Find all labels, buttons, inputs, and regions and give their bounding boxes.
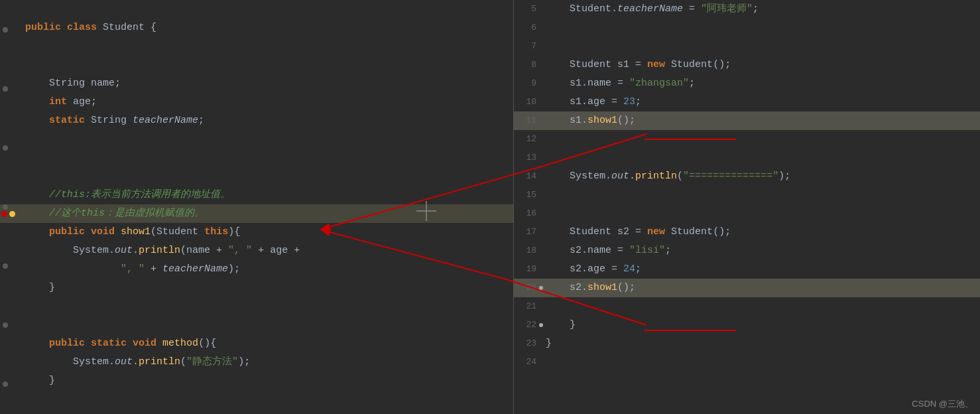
code-line-highlighted: //这个this：是由虚拟机赋值的。 (0, 204, 513, 223)
right-code-line: 16 (514, 204, 980, 223)
line-content: public static void method(){ (19, 334, 216, 353)
credit-text: CSDN @三池、 (912, 398, 973, 410)
line-content: String name; (19, 74, 121, 93)
line-content: static String teacherName; (19, 111, 204, 130)
code-line: public static void method(){ (0, 334, 513, 353)
line-content: System.out.println("静态方法"); (19, 353, 250, 372)
line-number: 22 (514, 316, 542, 334)
code-line: } (0, 372, 513, 390)
code-line: //this:表示当前方法调用者的地址值。 (0, 186, 513, 204)
editor-container: public class Student { String name; int … (0, 0, 980, 414)
right-content: s1.show1(); (542, 111, 635, 130)
line-number: 13 (514, 149, 542, 167)
code-line (0, 297, 513, 316)
right-code-line: 21 (514, 297, 980, 316)
line-content: //这个this：是由虚拟机赋值的。 (19, 204, 204, 223)
code-line: public void show1(Student this){ (0, 223, 513, 242)
line-gutter (0, 211, 19, 217)
line-number: 5 (514, 0, 542, 19)
left-panel: public class Student { String name; int … (0, 0, 514, 414)
code-line (0, 149, 513, 167)
line-number: 23 (514, 334, 542, 353)
code-line: int age; (0, 93, 513, 111)
line-content: public class Student { (19, 19, 156, 37)
line-number: 17 (514, 223, 542, 242)
right-content: Student s2 = new Student(); (542, 223, 731, 242)
right-code-line: 23 } (514, 334, 980, 353)
code-line (0, 316, 513, 334)
line-content: ", " + teacherName); (19, 260, 240, 279)
right-code-line: 15 (514, 186, 980, 204)
line-content: } (19, 372, 55, 390)
right-code-line: 12 (514, 130, 980, 149)
right-code-line: 19 s2.age = 24; (514, 260, 980, 279)
code-line: String name; (0, 74, 513, 93)
right-content: System.out.println("=============="); (542, 167, 790, 186)
code-line: public class Student { (0, 19, 513, 37)
line-number: 15 (514, 186, 542, 204)
right-code-line: 10 s1.age = 23; (514, 93, 980, 111)
right-content: s1.name = "zhangsan"; (542, 74, 695, 93)
line-number: 7 (514, 37, 542, 56)
right-content: s2.show1(); (542, 279, 635, 297)
code-line: ", " + teacherName); (0, 260, 513, 279)
right-code-line: 5 Student.teacherName = "阿玮老师"; (514, 0, 980, 19)
line-number: 11 (514, 111, 542, 130)
right-content: Student s1 = new Student(); (542, 56, 731, 74)
line-number: 12 (514, 130, 542, 149)
line-content: System.out.println(name + ", " + age + (19, 242, 300, 260)
right-code-line: 13 (514, 149, 980, 167)
code-line: System.out.println(name + ", " + age + (0, 242, 513, 260)
code-line: } (0, 279, 513, 297)
right-content: s1.age = 23; (542, 93, 641, 111)
line-number: 8 (514, 56, 542, 74)
right-code-line: 9 s1.name = "zhangsan"; (514, 74, 980, 93)
right-code-line: 6 (514, 19, 980, 37)
line-number: 16 (514, 204, 542, 223)
right-code-line-highlighted: 11 s1.show1(); (514, 111, 980, 130)
right-content: s2.age = 24; (542, 260, 641, 279)
right-code-line: 18 s2.name = "lisi"; (514, 242, 980, 260)
right-code-line: 7 (514, 37, 980, 56)
line-number: 14 (514, 167, 542, 186)
right-code-line: 8 Student s1 = new Student(); (514, 56, 980, 74)
line-number: 9 (514, 74, 542, 93)
right-code-line: 22 } (514, 316, 980, 334)
code-line: static String teacherName; (0, 111, 513, 130)
line-content: //this:表示当前方法调用者的地址值。 (19, 186, 230, 204)
line-number: 18 (514, 242, 542, 260)
line-number: 6 (514, 19, 542, 37)
line-number: 19 (514, 260, 542, 279)
right-code-line: 17 Student s2 = new Student(); (514, 223, 980, 242)
right-content: s2.name = "lisi"; (542, 242, 671, 260)
right-content: } (542, 316, 576, 334)
line-number: 10 (514, 93, 542, 111)
line-number: 21 (514, 297, 542, 316)
right-content: } (542, 334, 552, 353)
line-number: 24 (514, 353, 542, 372)
code-line (0, 130, 513, 149)
code-line (0, 0, 513, 19)
line-content: } (19, 279, 55, 297)
right-code-line-highlighted: 20 s2.show1(); (514, 279, 980, 297)
line-content: public void show1(Student this){ (19, 223, 240, 242)
code-line (0, 37, 513, 56)
code-line: System.out.println("静态方法"); (0, 353, 513, 372)
right-panel: 5 Student.teacherName = "阿玮老师"; 6 7 8 St… (514, 0, 980, 414)
code-line (0, 167, 513, 186)
line-content: int age; (19, 93, 97, 111)
code-line (0, 56, 513, 74)
right-code-line: 14 System.out.println("=============="); (514, 167, 980, 186)
line-number: 20 (514, 279, 542, 297)
right-code-line: 24 (514, 353, 980, 372)
right-content: Student.teacherName = "阿玮老师"; (542, 0, 759, 19)
